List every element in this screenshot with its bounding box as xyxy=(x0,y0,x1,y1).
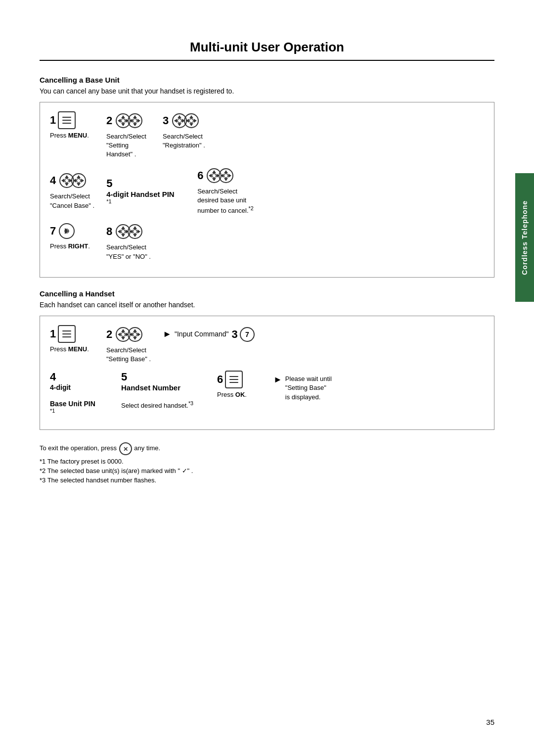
svg-point-11 xyxy=(133,119,137,123)
right-nav-icon xyxy=(58,222,76,240)
svg-marker-14 xyxy=(178,123,181,126)
nav-icon-step2 xyxy=(114,111,144,130)
section1-desc: You can cancel any base unit that your h… xyxy=(40,87,494,95)
section1-row2: 4 xyxy=(50,166,484,216)
page-content: Cordless Telephone Multi-unit User Opera… xyxy=(0,0,534,525)
svg-marker-59 xyxy=(133,234,137,237)
svg-text:✕: ✕ xyxy=(123,446,128,453)
s2-step5: 5 Handset Number Select desired handset.… xyxy=(121,371,205,409)
svg-marker-3 xyxy=(118,119,121,123)
menu-icon xyxy=(58,111,76,129)
svg-marker-46 xyxy=(228,174,231,178)
svg-marker-25 xyxy=(65,175,69,178)
arrow-connector: ► xyxy=(163,329,172,339)
svg-marker-2 xyxy=(121,123,125,126)
footnote2: *2 The selected base unit(s) is(are) mar… xyxy=(40,467,494,474)
svg-marker-66 xyxy=(118,332,121,336)
svg-marker-7 xyxy=(133,115,137,118)
input-command-label: "Input Command" xyxy=(175,330,229,338)
section2-desc: Each handset can cancel itself or anothe… xyxy=(40,301,494,309)
svg-point-5 xyxy=(121,119,125,123)
svg-point-47 xyxy=(224,174,228,178)
svg-marker-43 xyxy=(224,170,228,173)
nav-icon-step6 xyxy=(205,166,235,185)
section2: Cancelling a Handset Each handset can ca… xyxy=(40,289,494,430)
svg-point-17 xyxy=(178,119,181,123)
page-title: Multi-unit User Operation xyxy=(40,40,494,61)
svg-marker-19 xyxy=(189,115,193,118)
nav-icon-s2-step2 xyxy=(114,325,144,344)
nav-icon-step8 xyxy=(114,222,144,241)
svg-marker-53 xyxy=(121,234,125,237)
svg-marker-13 xyxy=(178,115,181,118)
svg-marker-38 xyxy=(212,178,216,181)
footnote3: *3 The selected handset number flashes. xyxy=(40,476,494,484)
svg-marker-65 xyxy=(121,337,125,340)
svg-marker-15 xyxy=(174,119,177,123)
svg-marker-73 xyxy=(137,332,140,336)
menu-icon-s2 xyxy=(58,325,76,343)
step5: 5 4-digit Handset PIN*1 xyxy=(106,177,185,204)
section2-heading: Cancelling a Handset xyxy=(40,289,494,298)
num7-circle: 7 xyxy=(240,327,255,342)
svg-marker-58 xyxy=(133,226,137,229)
svg-point-56 xyxy=(121,230,125,234)
svg-marker-1 xyxy=(121,115,125,118)
svg-marker-39 xyxy=(209,174,212,178)
s2-step6: 6 Press OK. xyxy=(217,371,262,399)
side-tab: Cordless Telephone xyxy=(515,173,534,302)
svg-point-35 xyxy=(77,179,81,183)
menu-icon-s2-step6 xyxy=(225,371,243,388)
svg-marker-8 xyxy=(133,123,137,126)
section1-heading: Cancelling a Base Unit xyxy=(40,76,494,84)
svg-marker-71 xyxy=(133,337,137,340)
svg-marker-31 xyxy=(77,175,81,178)
svg-marker-37 xyxy=(212,170,216,173)
svg-marker-52 xyxy=(121,226,125,229)
step8: 8 xyxy=(106,222,151,261)
section1: Cancelling a Base Unit You can cancel an… xyxy=(40,76,494,278)
svg-marker-70 xyxy=(133,329,137,332)
svg-point-62 xyxy=(133,230,137,234)
section1-row3: 7 Press RIGHT. 8 xyxy=(50,222,484,261)
step7: 7 Press RIGHT. xyxy=(50,222,94,251)
exit-icon: ✕ xyxy=(119,442,133,456)
section1-row1: 1 Press MENU. 2 xyxy=(50,111,484,159)
s2-step4: 4 4-digit Base Unit PIN*1 xyxy=(50,371,109,414)
svg-point-23 xyxy=(189,119,193,123)
side-tab-label: Cordless Telephone xyxy=(521,200,529,275)
page-number: 35 xyxy=(486,718,494,726)
svg-marker-20 xyxy=(189,123,193,126)
section2-row1: 1 Press MENU. 2 xyxy=(50,325,484,364)
s2-step1: 1 Press MENU. xyxy=(50,325,94,354)
svg-marker-10 xyxy=(137,119,140,123)
svg-point-68 xyxy=(121,332,125,336)
please-wait-label: Please wait until"Setting Base"is displa… xyxy=(285,375,332,402)
section2-row2: 4 4-digit Base Unit PIN*1 5 Handset Numb… xyxy=(50,371,484,414)
step2: 2 xyxy=(106,111,151,159)
step4: 4 xyxy=(50,171,94,210)
svg-marker-27 xyxy=(61,179,64,183)
arrow-connector2: ► xyxy=(273,375,282,385)
svg-marker-26 xyxy=(65,183,69,186)
svg-marker-32 xyxy=(77,183,81,186)
step6: 6 xyxy=(197,166,254,216)
footnotes: To exit the operation, press ✕ any time.… xyxy=(40,442,494,484)
svg-marker-54 xyxy=(118,230,121,234)
step1: 1 Press MENU. xyxy=(50,111,94,140)
svg-point-41 xyxy=(212,174,216,178)
svg-point-29 xyxy=(65,179,69,183)
svg-marker-61 xyxy=(137,230,140,234)
svg-marker-34 xyxy=(81,179,84,183)
svg-marker-64 xyxy=(121,329,125,332)
section1-box: 1 Press MENU. 2 xyxy=(40,102,494,278)
svg-marker-22 xyxy=(194,119,197,123)
s2-step3: 3 7 xyxy=(232,327,276,344)
step3: 3 xyxy=(163,111,207,150)
footnote1: *1 The factory preset is 0000. xyxy=(40,458,494,465)
s2-step2: 2 xyxy=(106,325,151,364)
nav-icon-step3 xyxy=(171,111,200,130)
svg-marker-44 xyxy=(224,178,228,181)
nav-icon-step4 xyxy=(58,171,88,190)
svg-point-74 xyxy=(133,332,137,336)
